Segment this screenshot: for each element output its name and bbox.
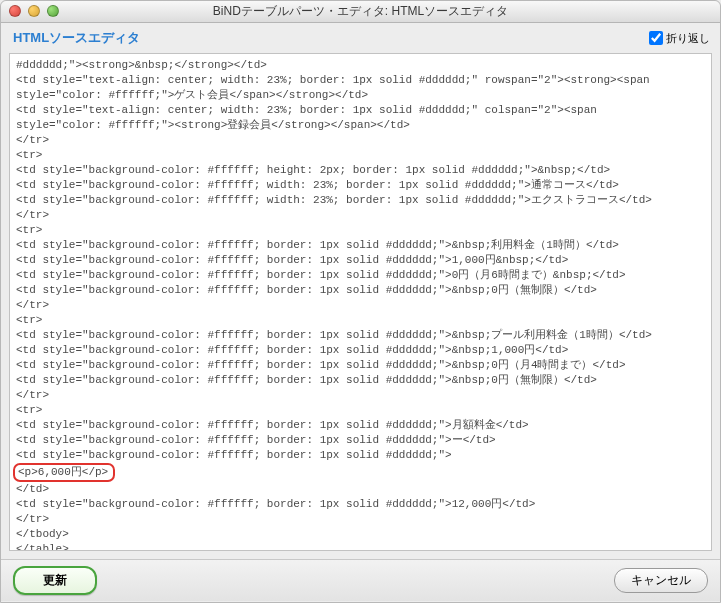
wrap-checkbox[interactable] [649,31,663,45]
page-title: HTMLソースエディタ [13,29,140,47]
minimize-icon[interactable] [28,5,40,17]
zoom-icon[interactable] [47,5,59,17]
window-title: BiNDテーブルパーツ・エディタ: HTMLソースエディタ [213,3,508,20]
wrap-label: 折り返し [666,31,710,46]
wrap-toggle[interactable]: 折り返し [649,31,710,46]
update-button[interactable]: 更新 [13,566,97,595]
titlebar: BiNDテーブルパーツ・エディタ: HTMLソースエディタ [1,1,720,23]
subheader: HTMLソースエディタ 折り返し [1,23,720,51]
traffic-lights [9,5,59,17]
source-editor[interactable]: #dddddd;"><strong>&nbsp;</strong></td> <… [9,53,712,551]
footer: 更新 キャンセル [1,559,720,601]
cancel-button[interactable]: キャンセル [614,568,708,593]
close-icon[interactable] [9,5,21,17]
